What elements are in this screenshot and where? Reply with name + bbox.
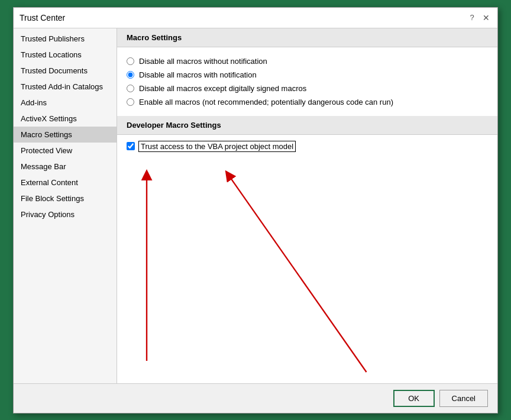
radio-label-enable-all[interactable]: Enable all macros (not recommended; pote…: [139, 98, 393, 106]
radio-option-disable-no-notify: Disable all macros without notification: [127, 54, 488, 68]
help-button[interactable]: ?: [467, 12, 477, 23]
sidebar-item-activex-settings[interactable]: ActiveX Settings: [14, 111, 117, 127]
close-button[interactable]: ✕: [481, 12, 491, 23]
sidebar-item-macro-settings[interactable]: Macro Settings: [14, 127, 117, 143]
annotation-arrows: [117, 158, 497, 383]
svg-line-2: [228, 175, 366, 371]
radio-enable-all[interactable]: [127, 98, 134, 106]
sidebar-item-external-content[interactable]: External Content: [14, 175, 117, 190]
sidebar-item-trusted-add-in-catalogs[interactable]: Trusted Add-in Catalogs: [14, 79, 117, 95]
radio-option-disable-notify: Disable all macros with notification: [127, 68, 488, 82]
main-content: Macro Settings Disable all macros withou…: [117, 28, 497, 383]
sidebar-item-trusted-documents[interactable]: Trusted Documents: [14, 63, 117, 79]
sidebar-item-trusted-publishers[interactable]: Trusted Publishers: [14, 31, 117, 47]
sidebar-item-message-bar[interactable]: Message Bar: [14, 159, 117, 175]
radio-disable-no-notify[interactable]: [127, 57, 134, 65]
titlebar-controls: ? ✕: [467, 12, 491, 23]
dialog-title: Trust Center: [20, 13, 65, 22]
radio-label-disable-except-signed[interactable]: Disable all macros except digitally sign…: [139, 84, 306, 93]
developer-macro-settings-header: Developer Macro Settings: [117, 116, 497, 135]
radio-option-disable-except-signed: Disable all macros except digitally sign…: [127, 82, 488, 95]
ok-button[interactable]: OK: [393, 390, 435, 407]
sidebar-item-file-block-settings[interactable]: File Block Settings: [14, 190, 117, 206]
sidebar-item-add-ins[interactable]: Add-ins: [14, 95, 117, 111]
radio-disable-except-signed[interactable]: [127, 85, 134, 92]
arrow-annotation-area: [117, 158, 497, 383]
macro-settings-header: Macro Settings: [117, 28, 497, 47]
vba-trust-label[interactable]: Trust access to the VBA project object m…: [138, 141, 296, 152]
dialog-footer: OK Cancel: [14, 383, 497, 413]
developer-macro-checkbox-option: Trust access to the VBA project object m…: [117, 135, 497, 158]
sidebar-item-privacy-options[interactable]: Privacy Options: [14, 206, 117, 222]
radio-label-disable-no-notify[interactable]: Disable all macros without notification: [139, 57, 267, 66]
trust-center-dialog: Trust Center ? ✕ Trusted Publishers Trus…: [13, 7, 498, 413]
radio-option-enable-all: Enable all macros (not recommended; pote…: [127, 95, 488, 109]
vba-trust-checkbox[interactable]: [127, 142, 135, 150]
cancel-button[interactable]: Cancel: [439, 390, 488, 407]
sidebar: Trusted Publishers Trusted Locations Tru…: [14, 28, 117, 383]
dialog-titlebar: Trust Center ? ✕: [14, 8, 497, 28]
sidebar-item-protected-view[interactable]: Protected View: [14, 143, 117, 159]
radio-disable-notify[interactable]: [127, 71, 134, 79]
macro-settings-body: Disable all macros without notification …: [117, 47, 497, 116]
dialog-body: Trusted Publishers Trusted Locations Tru…: [14, 28, 497, 383]
radio-label-disable-notify[interactable]: Disable all macros with notification: [139, 70, 257, 79]
sidebar-item-trusted-locations[interactable]: Trusted Locations: [14, 47, 117, 63]
